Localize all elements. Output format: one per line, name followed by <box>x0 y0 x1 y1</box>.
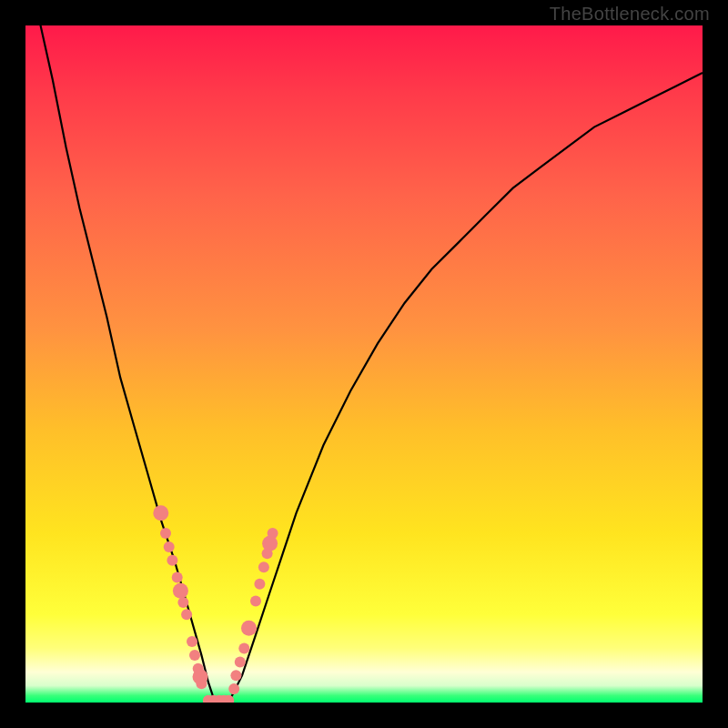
data-dot <box>254 579 265 590</box>
watermark-text: TheBottleneck.com <box>550 4 710 25</box>
data-dot <box>172 571 183 582</box>
data-dot <box>187 636 197 647</box>
data-dot <box>181 609 192 620</box>
data-dot <box>258 561 269 572</box>
data-dots <box>153 505 278 703</box>
data-dot <box>230 670 241 681</box>
data-dot <box>164 541 175 552</box>
data-dot <box>153 505 168 521</box>
data-dot <box>196 678 207 689</box>
data-dot <box>268 528 278 539</box>
data-dot <box>160 528 171 539</box>
data-dot <box>250 595 261 606</box>
chart-frame: TheBottleneck.com <box>0 0 728 728</box>
bottleneck-curve <box>25 25 703 703</box>
data-dot <box>177 597 188 608</box>
data-dot <box>173 583 188 599</box>
curve-layer <box>25 25 703 703</box>
data-dot <box>241 621 257 636</box>
data-dot <box>228 683 239 694</box>
data-dot <box>167 555 177 566</box>
data-dot <box>235 656 246 667</box>
data-dot <box>238 643 249 654</box>
plot-area <box>25 25 703 703</box>
data-dot <box>189 650 200 661</box>
data-dot <box>262 536 278 551</box>
